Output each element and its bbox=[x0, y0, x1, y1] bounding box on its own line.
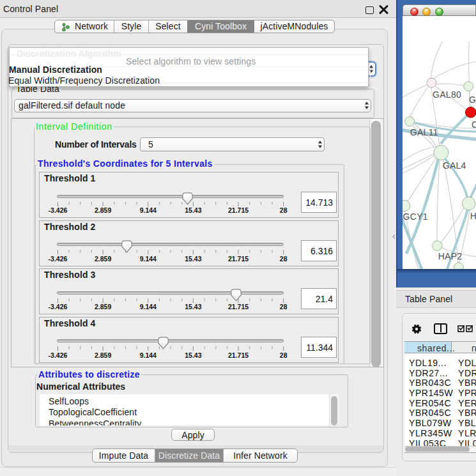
svg-text:GAL80: GAL80 bbox=[433, 89, 461, 100]
svg-text:HAP2: HAP2 bbox=[438, 251, 463, 261]
svg-text:C: C bbox=[472, 119, 476, 130]
svg-text:H: H bbox=[470, 211, 476, 221]
svg-text:GCY1: GCY1 bbox=[403, 211, 428, 222]
svg-text:GAL4: GAL4 bbox=[443, 160, 466, 171]
svg-text:G.: G. bbox=[469, 95, 476, 105]
svg-text:GAL11: GAL11 bbox=[410, 127, 438, 137]
